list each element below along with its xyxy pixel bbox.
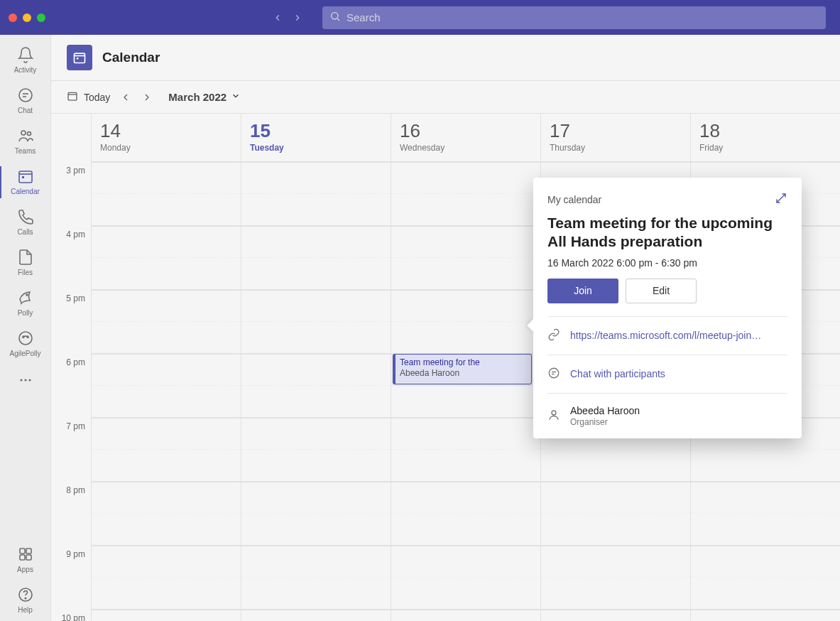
rail-label: Chat xyxy=(18,107,33,114)
day-name: Tuesday xyxy=(250,143,382,153)
svg-point-5 xyxy=(21,131,26,135)
main: Calendar Today March 2022 14 Monda xyxy=(51,35,840,621)
join-button[interactable]: Join xyxy=(547,279,618,303)
rail-item-teams[interactable]: Teams xyxy=(0,122,50,162)
day-header[interactable]: 18 Friday xyxy=(690,114,840,161)
prev-period-button[interactable] xyxy=(120,92,131,103)
day-headers: 14 Monday 15 Tuesday 16 Wednesday 17 Thu… xyxy=(91,114,840,162)
rail-label: Help xyxy=(18,606,33,614)
search-icon xyxy=(329,11,341,25)
history-forward-button[interactable] xyxy=(293,13,302,23)
bell-icon xyxy=(17,46,34,65)
chevron-down-icon xyxy=(231,91,241,103)
hour-label: 5 pm xyxy=(51,290,91,354)
day-header[interactable]: 17 Thursday xyxy=(540,114,690,161)
svg-rect-20 xyxy=(26,555,31,560)
history-nav xyxy=(273,13,302,23)
svg-line-28 xyxy=(781,194,785,198)
meeting-link-row[interactable]: https://teams.microsoft.com/l/meetup-joi… xyxy=(533,317,802,355)
window-close-button[interactable] xyxy=(9,14,17,22)
svg-point-16 xyxy=(28,379,31,381)
rail-item-calls[interactable]: Calls xyxy=(0,202,50,243)
svg-point-11 xyxy=(19,332,32,345)
rail-label: AgilePolly xyxy=(10,350,41,357)
window-minimize-button[interactable] xyxy=(23,14,31,22)
rail-item-polly[interactable]: Polly xyxy=(0,284,50,324)
rail-label: Activity xyxy=(14,66,37,74)
hour-label: 8 pm xyxy=(51,482,91,546)
chat-icon xyxy=(17,87,34,105)
day-column[interactable]: Team meeting for the Abeeda Haroon xyxy=(391,162,540,621)
expand-button[interactable] xyxy=(775,192,787,207)
hour-label: 4 pm xyxy=(51,226,91,290)
svg-point-2 xyxy=(19,89,32,102)
person-icon xyxy=(547,409,560,423)
hour-label: 9 pm xyxy=(51,546,91,610)
svg-point-15 xyxy=(24,379,26,381)
chat-participants-row[interactable]: Chat with participants xyxy=(533,355,802,393)
event-title: Team meeting for the xyxy=(400,357,527,367)
day-name: Thursday xyxy=(550,143,682,153)
window-controls xyxy=(9,14,45,22)
rail-item-calendar[interactable]: Calendar xyxy=(0,162,50,202)
day-header[interactable]: 15 Tuesday xyxy=(241,114,391,161)
search-box[interactable] xyxy=(322,6,826,29)
hour-label: 6 pm xyxy=(51,354,91,418)
calendar-grid: 14 Monday 15 Tuesday 16 Wednesday 17 Thu… xyxy=(51,114,840,621)
month-label: March 2022 xyxy=(168,91,227,103)
app-rail: Activity Chat Teams Calendar Calls Files… xyxy=(0,35,51,621)
svg-point-33 xyxy=(552,411,556,415)
svg-rect-23 xyxy=(75,53,85,63)
titlebar xyxy=(0,0,840,35)
rail-item-apps[interactable]: Apps xyxy=(0,540,50,580)
hour-label: 10 pm xyxy=(51,610,91,621)
link-icon xyxy=(547,328,560,343)
svg-point-14 xyxy=(20,379,22,381)
svg-line-29 xyxy=(777,198,781,202)
day-header[interactable]: 14 Monday xyxy=(91,114,241,161)
svg-point-13 xyxy=(27,336,28,338)
people-icon xyxy=(17,127,34,146)
apps-icon xyxy=(17,546,34,564)
window-maximize-button[interactable] xyxy=(37,14,45,22)
svg-rect-9 xyxy=(22,176,24,178)
svg-rect-17 xyxy=(20,549,25,554)
rail-item-activity[interactable]: Activity xyxy=(0,40,50,81)
day-name: Friday xyxy=(699,143,831,153)
next-period-button[interactable] xyxy=(141,92,153,103)
time-gutter: 3 pm 4 pm 5 pm 6 pm 7 pm 8 pm 9 pm 10 pm xyxy=(51,162,91,621)
rail-item-agilepolly[interactable]: AgilePolly xyxy=(0,324,50,364)
meeting-link[interactable]: https://teams.microsoft.com/l/meetup-joi… xyxy=(570,330,761,341)
organiser-role: Organiser xyxy=(570,417,640,427)
svg-rect-18 xyxy=(26,549,31,554)
day-column[interactable] xyxy=(241,162,391,621)
today-button[interactable]: Today xyxy=(67,90,110,104)
rail-item-help[interactable]: Help xyxy=(0,580,50,621)
history-back-button[interactable] xyxy=(273,13,283,23)
phone-icon xyxy=(17,208,34,227)
day-number: 15 xyxy=(250,121,382,141)
popover-calendar-name: My calendar xyxy=(547,194,601,205)
edit-button[interactable]: Edit xyxy=(626,279,697,303)
svg-rect-25 xyxy=(77,58,79,60)
agilepolly-icon xyxy=(17,330,34,348)
day-number: 17 xyxy=(550,121,682,141)
help-icon xyxy=(17,586,34,605)
event-organiser: Abeeda Haroon xyxy=(400,368,527,378)
day-name: Monday xyxy=(100,143,232,153)
month-picker[interactable]: March 2022 xyxy=(168,91,241,103)
day-header[interactable]: 16 Wednesday xyxy=(391,114,540,161)
search-input[interactable] xyxy=(347,11,819,23)
rail-more-button[interactable] xyxy=(0,366,50,397)
file-icon xyxy=(17,249,34,267)
organiser-name: Abeeda Haroon xyxy=(570,405,640,416)
day-column[interactable] xyxy=(91,162,241,621)
calendar-event[interactable]: Team meeting for the Abeeda Haroon xyxy=(393,354,532,384)
svg-rect-7 xyxy=(19,171,32,183)
rail-item-chat[interactable]: Chat xyxy=(0,81,50,122)
chat-icon xyxy=(547,367,560,382)
day-number: 14 xyxy=(100,121,232,141)
rail-label: Apps xyxy=(17,566,33,573)
calendar-app-icon xyxy=(67,45,92,70)
rail-item-files[interactable]: Files xyxy=(0,243,50,284)
